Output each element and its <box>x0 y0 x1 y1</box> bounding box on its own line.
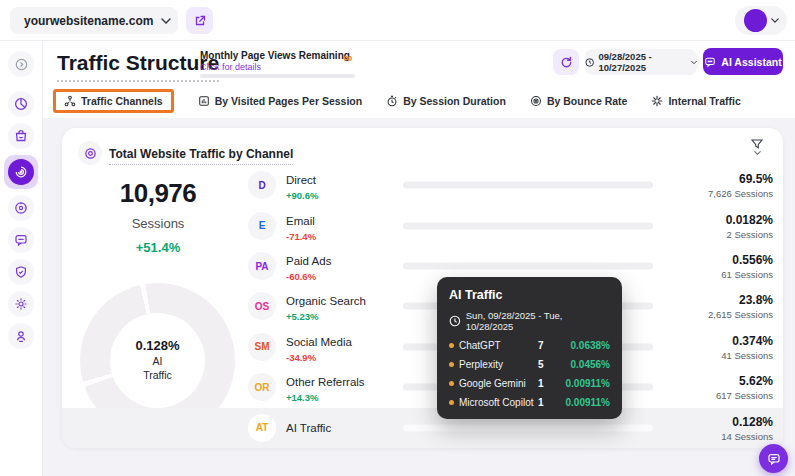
external-link-icon <box>194 15 206 27</box>
top-bar: yourwebsitename.com <box>0 0 795 41</box>
sidebar-item-feedback[interactable] <box>8 227 34 253</box>
bullet-dot-icon <box>449 400 454 405</box>
channel-percent: 0.0182% <box>726 212 773 226</box>
bullet-dot-icon <box>449 362 454 367</box>
report-tabs: Traffic Channels By Visited Pages Per Se… <box>53 87 795 115</box>
channel-donut-chart[interactable]: 0.128% AI Traffic <box>80 283 235 438</box>
channel-sessions: 7,626 Sessions <box>708 188 773 199</box>
sidebar-item-traffic-active[interactable] <box>4 155 38 189</box>
tooltip-source-name: Microsoft Copilot <box>459 397 538 408</box>
open-site-button[interactable] <box>186 7 213 34</box>
channel-percent: 0.128% <box>721 414 773 428</box>
date-range-value: 09/28/2025 - 10/27/2025 <box>598 51 687 73</box>
channel-label: Organic Search <box>286 295 366 307</box>
asterisk-icon <box>651 95 663 107</box>
tooltip-date-text: Sun, 09/28/2025 - Tue, 10/28/2025 <box>466 310 610 332</box>
channel-percent: 23.8% <box>708 293 773 307</box>
channel-label: Email <box>286 214 315 226</box>
sidebar-item-audience[interactable] <box>8 323 34 349</box>
page-title: Traffic Structure <box>57 51 219 82</box>
tab-bounce-rate[interactable]: By Bounce Rate <box>530 95 628 107</box>
channel-sessions: 41 Sessions <box>721 349 773 360</box>
tooltip-source-percent: 0.00911% <box>554 378 610 389</box>
quota-infinity-value: ∞ <box>343 50 352 65</box>
tooltip-source-count: 5 <box>538 359 554 370</box>
sidebar-item-ecommerce[interactable] <box>8 123 34 149</box>
tooltip-source-percent: 0.00911% <box>554 397 610 408</box>
donut-line2: Traffic <box>143 369 172 383</box>
sidebar-collapse-button[interactable] <box>8 51 34 77</box>
funnel-icon <box>751 139 763 150</box>
channel-row-email[interactable]: E Email-71.4% 0.0182%2 Sessions <box>62 205 783 245</box>
tooltip-source-name: Perplexity <box>459 359 538 370</box>
chevron-down-icon <box>754 151 761 155</box>
ai-assistant-button[interactable]: AI Assistant <box>703 48 783 75</box>
channel-change: +5.23% <box>286 311 366 322</box>
tab-internal-traffic[interactable]: Internal Traffic <box>651 95 740 107</box>
donut-line1: AI <box>153 355 163 369</box>
shopping-bag-icon <box>14 129 28 143</box>
tooltip-source-count: 7 <box>538 340 554 351</box>
channel-badge: OS <box>248 292 276 320</box>
chat-bubble-icon <box>767 452 781 466</box>
ai-traffic-tooltip: AI Traffic Sun, 09/28/2025 - Tue, 10/28/… <box>437 277 622 419</box>
channel-badge: OR <box>248 373 276 401</box>
target-icon <box>14 201 28 215</box>
channel-change: -60.6% <box>286 271 331 282</box>
tooltip-source-percent: 0.0456% <box>554 359 610 370</box>
user-pin-icon <box>14 329 28 343</box>
chevron-down-icon <box>161 18 171 24</box>
sidebar-item-recordings[interactable] <box>8 195 34 221</box>
channel-row-paid-ads[interactable]: PA Paid Ads-60.6% 0.556%61 Sessions <box>62 246 783 286</box>
clock-icon <box>585 57 594 68</box>
channel-percent: 0.374% <box>721 333 773 347</box>
channel-bar-track <box>403 263 653 270</box>
channel-badge: AT <box>248 414 276 442</box>
channel-change: -34.9% <box>286 351 352 362</box>
chevron-down-icon <box>771 18 779 23</box>
tooltip-rows: ChatGPT 7 0.0638% Perplexity 5 0.0456% G… <box>449 340 610 408</box>
gear-icon <box>14 297 28 311</box>
pie-chart-icon <box>14 97 28 111</box>
date-range-picker[interactable]: 09/28/2025 - 10/27/2025 <box>585 49 697 75</box>
shield-check-icon <box>14 265 28 279</box>
tab-visited-pages[interactable]: By Visited Pages Per Session <box>198 95 362 107</box>
channel-badge: SM <box>248 333 276 361</box>
quota-label: Monthly Page Views Remaining <box>200 50 356 61</box>
channel-change: +14.3% <box>286 392 365 403</box>
sidebar-item-security[interactable] <box>8 259 34 285</box>
channel-badge: PA <box>248 252 276 280</box>
site-selector[interactable]: yourwebsitename.com <box>10 7 178 34</box>
channel-label: Other Referrals <box>286 376 365 388</box>
pages-bars-icon <box>198 95 210 107</box>
tab-session-duration[interactable]: By Session Duration <box>386 95 506 107</box>
bullet-dot-icon <box>449 381 454 386</box>
chat-bubble-icon <box>14 233 28 247</box>
sidebar-item-settings[interactable] <box>8 291 34 317</box>
channel-label: Social Media <box>286 335 352 347</box>
support-chat-button[interactable] <box>759 444 788 473</box>
channel-sessions: 14 Sessions <box>721 430 773 441</box>
channel-row-direct[interactable]: D Direct+90.6% 69.5%7,626 Sessions <box>62 165 783 205</box>
quota-block: Monthly Page Views Remaining Click for d… <box>200 50 356 72</box>
donut-percent: 0.128% <box>135 338 179 355</box>
app-window: yourwebsitename.com Traffic Structure Mo… <box>0 0 795 476</box>
page-header: Traffic Structure Monthly Page Views Rem… <box>43 41 795 118</box>
traffic-by-channel-card: Total Website Traffic by Channel 10,976 … <box>62 128 783 448</box>
bullet-dot-icon <box>449 343 454 348</box>
tooltip-source-percent: 0.0638% <box>554 340 610 351</box>
refresh-button[interactable] <box>553 49 579 75</box>
arrow-right-icon <box>15 58 28 71</box>
tab-traffic-channels[interactable]: Traffic Channels <box>53 89 174 113</box>
quota-details-link[interactable]: Click for details <box>200 62 356 72</box>
sidebar-item-dashboard[interactable] <box>8 91 34 117</box>
channel-bar-track <box>403 424 653 431</box>
channel-sessions: 61 Sessions <box>721 269 773 280</box>
bounce-target-icon <box>530 95 542 107</box>
channel-label: Direct <box>286 174 316 186</box>
filter-button[interactable] <box>745 139 769 155</box>
tooltip-source-count: 1 <box>538 397 554 408</box>
donut-center-label: 0.128% AI Traffic <box>80 283 235 438</box>
account-menu[interactable] <box>735 6 787 35</box>
channel-bar-track <box>403 222 653 229</box>
